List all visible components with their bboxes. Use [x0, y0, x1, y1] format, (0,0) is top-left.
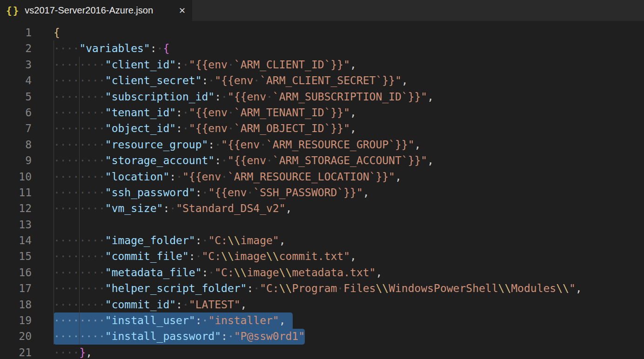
token-ws: · [195, 250, 202, 262]
token-str: image" [241, 234, 279, 246]
token-punc: , [350, 122, 356, 134]
editor-pane[interactable]: 123456789101112131415161718192021 {····"… [0, 21, 644, 359]
token-ws: · [228, 122, 234, 134]
token-ws: · [221, 154, 228, 166]
line-number[interactable]: 18 [0, 297, 32, 312]
token-ws: ········ [54, 202, 105, 214]
code-line[interactable]: ········"commit_file":·"C:\\image\\commi… [54, 248, 582, 264]
code-line[interactable]: ········"commit_id":·"LATEST", [54, 297, 582, 312]
token-punc: : [189, 250, 195, 262]
code-line[interactable]: ········"location":·"{{env·`ARM_RESOURCE… [54, 169, 582, 185]
token-ws: · [247, 186, 253, 199]
line-number[interactable]: 11 [0, 185, 32, 200]
line-number[interactable]: 9 [0, 153, 32, 168]
line-number[interactable]: 1 [0, 25, 32, 40]
code-line[interactable]: ········"ssh_password":·"{{env·`SSH_PASS… [54, 185, 582, 200]
code-line[interactable]: ········"subscription_id":·"{{env·`ARM_S… [54, 89, 582, 105]
token-punc: , [279, 314, 286, 326]
code-line[interactable]: ········"image_folder":·"C:\\image", [54, 233, 582, 248]
code-line[interactable]: ····}, [54, 345, 582, 359]
token-punc: , [363, 186, 369, 199]
token-ws: · [208, 266, 215, 279]
token-str: `ARM_CLIENT_ID`}}" [234, 59, 350, 71]
token-str: "{{env [189, 106, 228, 119]
code-line[interactable]: ········"client_secret":·"{{env·`ARM_CLI… [54, 73, 582, 88]
token-ws: ········ [54, 122, 105, 134]
token-str: "Standard_DS4_v2" [176, 202, 285, 214]
token-ws: ········ [54, 171, 105, 183]
line-number[interactable]: 8 [0, 137, 32, 153]
line-number[interactable]: 16 [0, 265, 32, 280]
line-number[interactable]: 15 [0, 248, 32, 264]
line-number[interactable]: 5 [0, 89, 32, 105]
code-line[interactable]: ········"storage_account":·"{{env·`ARM_S… [54, 153, 582, 168]
token-punc: , [241, 299, 247, 311]
token-punc: : [195, 186, 202, 199]
line-number[interactable]: 10 [0, 169, 32, 185]
token-punc: , [395, 171, 402, 183]
token-punc: : [176, 122, 182, 134]
token-ws: · [202, 186, 208, 199]
code-line[interactable]: ········"helper_script_folder":·"C:\\Pro… [54, 280, 582, 296]
token-b2: { [163, 42, 169, 54]
token-str: `ARM_RESOURCE_GROUP`}}" [266, 139, 415, 151]
json-file-icon: {} [6, 5, 20, 16]
code-line[interactable]: ········"object_id":·"{{env·`ARM_OBJECT_… [54, 120, 582, 136]
token-esc: \\ [376, 282, 389, 294]
token-punc: , [402, 74, 408, 86]
code-line[interactable]: ········"client_id":·"{{env·`ARM_CLIENT_… [54, 57, 582, 73]
token-ws: · [169, 202, 176, 214]
line-number[interactable]: 4 [0, 73, 32, 88]
line-number[interactable]: 12 [0, 200, 32, 216]
line-number[interactable]: 3 [0, 57, 32, 73]
token-ws: ···· [54, 42, 79, 54]
token-punc: : [202, 74, 208, 86]
code-line[interactable]: { [54, 25, 582, 40]
code-line[interactable]: ········"vm_size":·"Standard_DS4_v2", [54, 200, 582, 216]
token-str: "{{env [221, 139, 260, 151]
line-number[interactable]: 6 [0, 105, 32, 120]
line-number[interactable]: 2 [0, 40, 32, 56]
token-punc: : [195, 314, 202, 326]
token-ws: · [182, 59, 189, 71]
code-line[interactable]: ········"metadata_file":·"C:\\image\\met… [54, 265, 582, 280]
token-ws: · [202, 234, 208, 246]
token-ws: · [266, 91, 273, 103]
token-punc: : [215, 154, 221, 166]
token-punc: , [279, 234, 286, 246]
token-key: "client_id" [105, 59, 176, 71]
token-ws: · [221, 91, 228, 103]
token-key: "subscription_id" [105, 91, 215, 103]
token-ws: ········ [54, 91, 105, 103]
line-number[interactable]: 14 [0, 233, 32, 248]
token-key: "ssh_password" [105, 186, 195, 199]
token-punc: : [247, 282, 253, 294]
token-str: "{{env [189, 122, 228, 134]
token-punc: , [286, 202, 292, 214]
vscode-window: {} vs2017-Server2016-Azure.json ✕ 123456… [0, 0, 644, 359]
line-number[interactable]: 21 [0, 345, 32, 359]
token-punc: : [169, 171, 176, 183]
token-str: "P@ssw0rd1" [234, 330, 305, 342]
code-line[interactable]: ········"install_user":·"installer", [54, 312, 582, 328]
line-number[interactable]: 7 [0, 120, 32, 136]
line-number[interactable]: 17 [0, 280, 32, 296]
line-number[interactable]: 20 [0, 328, 32, 344]
code-line[interactable]: ········"install_password":·"P@ssw0rd1" [54, 328, 582, 344]
token-str: commit.txt" [279, 250, 350, 262]
line-number[interactable]: 19 [0, 312, 32, 328]
line-number[interactable]: 13 [0, 217, 32, 233]
code-line[interactable]: ········"tenant_id":·"{{env·`ARM_TENANT_… [54, 105, 582, 120]
token-str: Program [292, 282, 337, 294]
close-tab-icon[interactable]: ✕ [179, 7, 186, 15]
token-ws: · [215, 139, 221, 151]
code-line[interactable] [54, 217, 582, 233]
code-area[interactable]: {····"variables":·{········"client_id":·… [54, 25, 582, 359]
code-line[interactable]: ········"resource_group":·"{{env·`ARM_RE… [54, 137, 582, 153]
tab-vs2017-server2016-azure-json[interactable]: {} vs2017-Server2016-Azure.json ✕ [0, 0, 192, 21]
code-line[interactable]: ····"variables":·{ [54, 40, 582, 56]
token-key: "install_password" [105, 330, 221, 342]
token-b2: } [79, 346, 86, 359]
token-wss: · [202, 314, 208, 326]
token-key: "tenant_id" [105, 106, 176, 119]
